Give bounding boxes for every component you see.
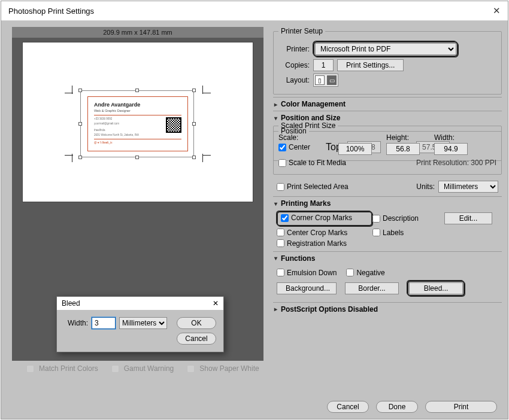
width-input[interactable] [434,143,468,155]
done-button[interactable]: Done [376,401,418,413]
handle-tm[interactable] [135,89,139,92]
color-management-header[interactable]: Color Management [273,97,502,111]
cancel-button[interactable]: Cancel [327,401,369,413]
left-pane: 209.9 mm x 147.81 mm [1,21,271,419]
preview-paper[interactable]: Andre Avantgarde Web & Graphic Designer … [23,42,253,202]
card-name: Andre Avantgarde [94,102,181,108]
bleed-width-label: Width: [68,319,88,327]
functions-header[interactable]: Functions [273,251,502,265]
units-select[interactable]: Millimeters [438,181,498,193]
landscape-icon[interactable]: ▭ [327,75,337,85]
print-resolution-label: Print Resolution: 300 PPI [416,159,496,167]
bleed-units-select[interactable]: Millimeters [119,317,167,329]
show-paper-white-checkbox: Show Paper White [187,364,259,373]
print-settings-button[interactable]: Print Settings... [337,59,404,71]
registration-checkbox[interactable]: Registration Marks [277,239,372,248]
corner-crop-checkbox[interactable]: Corner Crop Marks [278,213,355,223]
print-selected-area-checkbox[interactable]: Print Selected Area [277,182,349,191]
window-title: Photoshop Print Settings [8,7,94,16]
printer-setup-group: Printer Setup Printer: Microsoft Print t… [273,27,502,95]
scale-input2[interactable] [338,143,372,155]
printer-label: Printer: [278,45,310,53]
handle-ml[interactable] [78,122,82,126]
edit-button[interactable]: Edit... [444,212,492,224]
bleed-dialog: Bleed ✕ Width: Millimeters OK Cancel [56,296,224,352]
layout-label: Layout: [278,76,310,84]
corner-crop-emph: Corner Crop Marks [277,211,372,226]
business-card-preview: Andre Avantgarde Web & Graphic Designer … [87,96,188,151]
softproof-options: Match Print Colors Gamut Warning Show Pa… [12,364,265,373]
bleed-emph: Bleed... [407,281,465,296]
printer-select[interactable]: Microsoft Print to PDF [315,43,456,55]
printing-marks-header[interactable]: Printing Marks [273,196,502,210]
handle-bm[interactable] [135,156,139,159]
portrait-icon[interactable]: ▯ [315,75,325,85]
card-address: 2601 Welcome North St, Jakarta, INA [94,133,181,136]
scale-to-fit-checkbox[interactable]: Scale to Fit Media [278,159,346,167]
bleed-dialog-title: Bleed [62,299,80,308]
match-print-colors-checkbox: Match Print Colors [26,364,98,373]
emulsion-checkbox[interactable]: Emulsion Down [277,269,337,277]
right-pane: Printer Setup Printer: Microsoft Print t… [271,21,508,419]
center-crop-checkbox[interactable]: Center Crop Marks [277,229,372,237]
handle-bl[interactable] [78,156,82,159]
bleed-button[interactable]: Bleed... [409,282,463,294]
units-label: Units: [416,182,435,191]
bleed-ok-button[interactable]: OK [177,317,216,329]
printer-emph: Microsoft Print to PDF [313,41,458,57]
close-icon[interactable]: ✕ [493,5,501,16]
bleed-close-icon[interactable]: ✕ [213,299,219,308]
card-social: @ ♥ f /theelt_tx [94,141,181,144]
handle-tr[interactable] [192,89,196,92]
height-input[interactable] [386,143,420,155]
handle-mr[interactable] [192,122,196,126]
print-settings-window: Photoshop Print Settings ✕ 209.9 mm x 14… [1,1,508,419]
negative-checkbox[interactable]: Negative [346,269,384,277]
bleed-width-input[interactable] [92,317,116,329]
preview-dimensions: 209.9 mm x 147.81 mm [12,27,263,38]
footer-buttons: Cancel Done Print [273,396,502,413]
border-button[interactable]: Border... [345,282,399,294]
card-subtitle: Web & Graphic Designer [94,109,181,112]
printer-setup-legend: Printer Setup [278,27,325,35]
copies-label: Copies: [278,61,310,69]
background-button[interactable]: Background... [277,282,337,294]
copies-input[interactable] [313,59,334,71]
gamut-warning-checkbox: Gamut Warning [111,364,174,373]
description-checkbox[interactable]: Description [372,214,444,223]
bleed-cancel-button[interactable]: Cancel [177,333,216,345]
handle-br[interactable] [192,156,196,159]
scaled-size-group-real: Scaled Print Size Scale: Height: Width: … [273,121,502,175]
titlebar: Photoshop Print Settings ✕ [1,1,508,21]
labels-checkbox[interactable]: Labels [372,229,444,237]
layout-toggle[interactable]: ▯ ▭ [313,74,338,87]
handle-tl[interactable] [78,89,82,92]
print-button[interactable]: Print [425,401,497,413]
qr-code-icon [166,117,181,133]
postscript-header[interactable]: PostScript Options Disabled [273,302,502,316]
